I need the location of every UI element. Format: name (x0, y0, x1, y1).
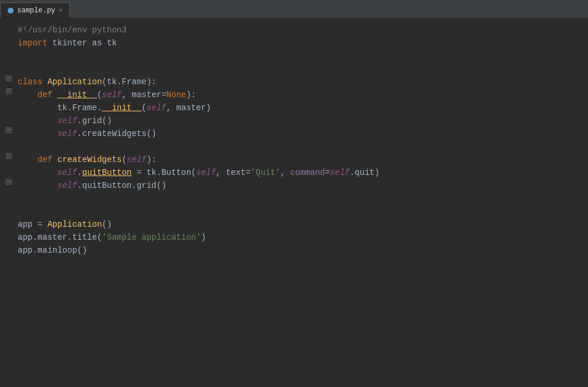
code-line-8: self.grid() (0, 114, 588, 127)
code-line-13: − self.quitButton.grid() (0, 179, 588, 192)
line-content-12: self.quitButton = tk.Button(self, text='… (18, 166, 583, 179)
code-line-18: app.mainloop() (0, 244, 588, 257)
file-icon (8, 8, 14, 14)
tab-close-button[interactable]: × (59, 7, 63, 14)
fold-indicator-5[interactable]: − (6, 75, 12, 81)
tab-sample-py[interactable]: sample.py × (0, 2, 70, 18)
gutter-9: − (0, 127, 18, 133)
code-line-6: − def __init__(self, master=None): (0, 88, 588, 101)
editor-window: sample.py × #!/usr/bin/env python3 impor… (0, 0, 588, 387)
gutter-5: − (0, 75, 18, 81)
code-line-17: app.master.title('Sample application') (0, 231, 588, 244)
line-content-2: import tkinter as tk (18, 37, 583, 49)
code-line-12: self.quitButton = tk.Button(self, text='… (0, 166, 588, 179)
code-line-11: − def createWidgets(self): (0, 153, 588, 166)
code-line-3 (0, 49, 588, 62)
fold-indicator-13[interactable]: − (6, 179, 12, 185)
line-content-13: self.quitButton.grid() (18, 179, 583, 192)
code-line-5: − class Application(tk.Frame): (0, 75, 588, 88)
gutter-11: − (0, 153, 18, 159)
line-content-7: tk.Frame.__init__(self, master) (18, 101, 583, 114)
line-content-8: self.grid() (18, 114, 583, 127)
line-content-18: app.mainloop() (18, 244, 583, 257)
gutter-13: − (0, 179, 18, 185)
line-content-17: app.master.title('Sample application') (18, 231, 583, 244)
line-content-5: class Application(tk.Frame): (18, 75, 583, 88)
code-line-15 (0, 205, 588, 218)
code-area[interactable]: #!/usr/bin/env python3 import tkinter as… (0, 18, 588, 387)
fold-indicator-6[interactable]: − (6, 88, 12, 94)
tab-filename: sample.py (17, 6, 55, 15)
line-content-1: #!/usr/bin/env python3 (18, 24, 583, 37)
line-content-11: def createWidgets(self): (18, 153, 583, 166)
code-line-7: tk.Frame.__init__(self, master) (0, 101, 588, 114)
code-line-2: import tkinter as tk (0, 37, 588, 49)
fold-indicator-9[interactable]: − (6, 127, 12, 133)
line-content-16: app = Application() (18, 218, 583, 231)
code-line-9: − self.createWidgets() (0, 127, 588, 140)
code-line-16: app = Application() (0, 218, 588, 231)
code-line-1: #!/usr/bin/env python3 (0, 24, 588, 37)
tab-bar: sample.py × (0, 0, 588, 18)
code-line-14 (0, 192, 588, 205)
code-line-10 (0, 140, 588, 153)
line-content-9: self.createWidgets() (18, 127, 583, 140)
fold-indicator-11[interactable]: − (6, 153, 12, 159)
gutter-6: − (0, 88, 18, 94)
line-content-6: def __init__(self, master=None): (18, 88, 583, 101)
code-line-4 (0, 62, 588, 75)
